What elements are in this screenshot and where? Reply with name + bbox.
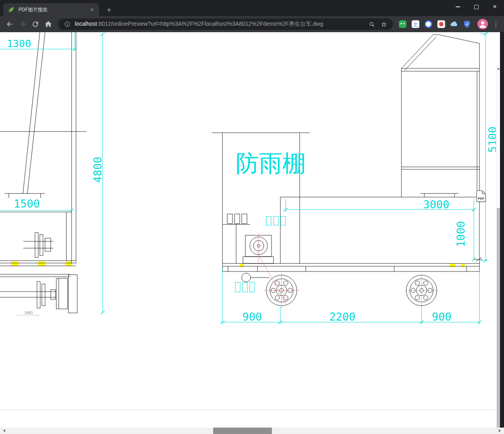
browser-tab[interactable]: PDF图片预览 × bbox=[3, 3, 99, 16]
shelter-label: 防雨棚 bbox=[236, 150, 306, 177]
reload-button[interactable] bbox=[30, 19, 41, 30]
vertical-scrollbar bbox=[496, 64, 500, 428]
dimension-ticks bbox=[70, 32, 488, 324]
profile-avatar[interactable] bbox=[477, 19, 488, 29]
tab-favicon-leaf-icon bbox=[8, 6, 14, 13]
extension-icon-green[interactable] bbox=[398, 19, 407, 29]
cad-drawing: 1985 1300 4800 1500 3000 1000 5100 900 2… bbox=[0, 32, 500, 428]
url-host: localhost bbox=[75, 21, 97, 27]
extension-icon-translate[interactable]: 文 bbox=[411, 19, 420, 29]
url-path: :8012/onlinePreview?url=http%3A%2F%2Floc… bbox=[97, 21, 323, 27]
pdf-badge-label: PDF bbox=[478, 197, 484, 200]
tab-title: PDF图片预览 bbox=[19, 6, 88, 13]
window-minimize-button[interactable] bbox=[448, 0, 467, 14]
window-controls: × bbox=[448, 0, 504, 14]
horizontal-scrollbar-thumb[interactable] bbox=[213, 428, 272, 434]
dim-3000-label: 3000 bbox=[423, 198, 449, 211]
bookmark-star-icon[interactable] bbox=[379, 20, 388, 29]
scroll-right-arrow[interactable] bbox=[499, 429, 502, 432]
scroll-up-arrow[interactable] bbox=[497, 66, 500, 70]
page-content: 1985 1300 4800 1500 3000 1000 5100 900 2… bbox=[0, 32, 500, 428]
new-tab-button[interactable]: + bbox=[104, 5, 114, 15]
window-close-button[interactable]: × bbox=[485, 0, 504, 14]
chassis bbox=[222, 263, 479, 272]
navigation-toolbar: localhost:8012/onlinePreview?url=http%3A… bbox=[0, 16, 504, 32]
pdf-download-button[interactable]: PDF bbox=[476, 190, 486, 202]
extension-icon-cloud[interactable] bbox=[449, 19, 459, 29]
scroll-left-arrow[interactable] bbox=[2, 429, 5, 432]
dim-900-right-label: 900 bbox=[432, 311, 452, 323]
dim-1500-label: 1500 bbox=[14, 197, 40, 210]
horizontal-scrollbar bbox=[0, 428, 504, 434]
translate-glyph: 文 bbox=[413, 22, 418, 27]
site-info-icon[interactable] bbox=[63, 20, 72, 29]
home-button[interactable] bbox=[43, 19, 54, 30]
platform-view bbox=[280, 193, 479, 263]
extension-icon-blue-ring[interactable] bbox=[424, 19, 433, 29]
tab-strip: PDF图片预览 × + × bbox=[0, 0, 504, 16]
extension-icon-red[interactable] bbox=[436, 19, 446, 29]
minimize-icon bbox=[456, 6, 460, 7]
extension-icon-shield[interactable] bbox=[462, 19, 472, 29]
dimension-layer bbox=[0, 32, 488, 324]
left-view bbox=[0, 32, 86, 313]
dim-4800-label: 4800 bbox=[91, 156, 104, 183]
maximize-icon bbox=[474, 5, 479, 9]
extensions-area: 文 bbox=[396, 19, 473, 29]
gantry-view bbox=[401, 35, 483, 263]
dim-1985-label: 1985 bbox=[24, 311, 33, 315]
dim-1000-label: 1000 bbox=[455, 221, 467, 247]
tab-close-icon[interactable]: × bbox=[88, 6, 96, 13]
window-maximize-button[interactable] bbox=[467, 0, 485, 14]
url-text: localhost:8012/onlinePreview?url=http%3A… bbox=[75, 21, 364, 28]
zoom-icon[interactable] bbox=[367, 20, 376, 29]
vertical-scrollbar-thumb[interactable] bbox=[497, 208, 500, 428]
dim-1300-label: 1300 bbox=[7, 38, 31, 49]
url-address-bar[interactable]: localhost:8012/onlinePreview?url=http%3A… bbox=[58, 19, 393, 30]
centerlines-gray bbox=[405, 274, 438, 307]
back-button[interactable] bbox=[4, 19, 15, 30]
dim-900-left-label: 900 bbox=[243, 311, 262, 323]
forward-button[interactable] bbox=[17, 19, 28, 30]
browser-window: PDF图片预览 × + × localhost:8012/onlinePrevi… bbox=[0, 0, 504, 434]
browser-menu-icon[interactable]: ⋮ bbox=[491, 19, 501, 29]
dim-2200-label: 2200 bbox=[329, 311, 355, 323]
